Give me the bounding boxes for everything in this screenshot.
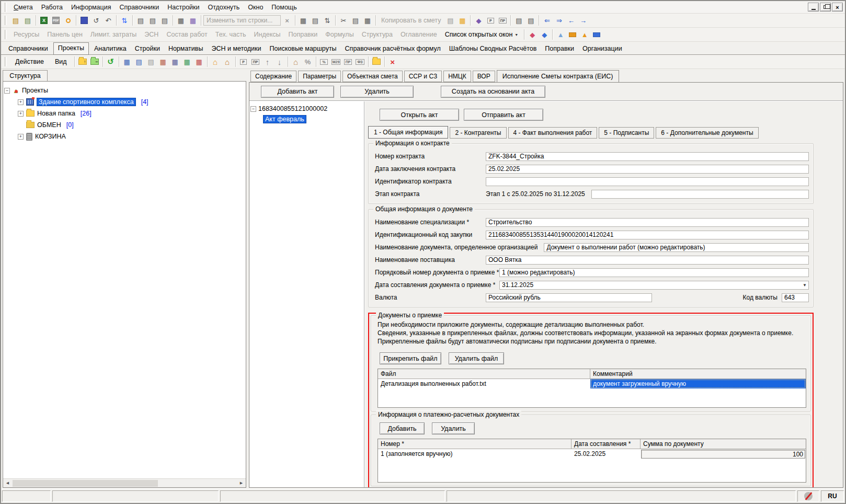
comment-settings-icon[interactable]: ▤ xyxy=(159,15,170,26)
currency-field[interactable]: Российский рубль xyxy=(486,293,652,302)
pr-report-icon[interactable]: ПР xyxy=(342,56,354,67)
payment-number-cell[interactable]: 1 (заполняется вручную) xyxy=(378,449,571,459)
copy-page-icon[interactable]: ▤ xyxy=(444,15,456,26)
page-settings-icon[interactable]: ▤ xyxy=(147,15,158,26)
tree-node-obmen[interactable]: ОБМЕН [0] xyxy=(4,119,245,131)
p-doc-icon[interactable]: P xyxy=(485,15,496,26)
act-root-row[interactable]: − 1683400855121000002 xyxy=(250,104,363,114)
tab-popravki[interactable]: Поправки xyxy=(542,43,577,54)
tab-spravochniki[interactable]: Справочники xyxy=(5,43,51,54)
menu-item-spravochniki[interactable]: Справочники xyxy=(116,2,164,13)
doc-exchange-icon[interactable]: ▤ xyxy=(310,15,321,26)
close-button[interactable]: × xyxy=(832,3,843,12)
truck-blue-icon[interactable] xyxy=(591,29,602,40)
send-act-button[interactable]: Отправить акт xyxy=(464,109,543,121)
tab-ssr-sz[interactable]: ССР и СЗ xyxy=(404,71,442,82)
scroll-right-button[interactable]: ▶ xyxy=(237,479,246,487)
expand-icon[interactable]: + xyxy=(18,99,24,105)
view-esn[interactable]: ЭСН xyxy=(141,31,162,38)
contract-stage-field[interactable] xyxy=(591,190,809,199)
tab-stroyki[interactable]: Стройки xyxy=(132,43,163,54)
search-icon[interactable] xyxy=(62,15,74,26)
act-item-row[interactable]: Акт февраль xyxy=(250,114,363,124)
house-add-icon[interactable]: ⌂ xyxy=(210,56,221,67)
view-indeksy[interactable]: Индексы xyxy=(250,31,284,38)
truck-orange-icon[interactable] xyxy=(567,29,578,40)
view-panel-tsen[interactable]: Панель цен xyxy=(43,31,86,38)
paste-icon[interactable]: ▦ xyxy=(362,15,373,26)
file-name-cell[interactable]: Детализация выполненных работ.txt xyxy=(378,379,590,388)
feather-icon[interactable]: ▲ xyxy=(555,29,566,40)
add-doc-icon[interactable]: ▤ xyxy=(145,56,157,67)
add-payment-button[interactable]: Добавить xyxy=(380,422,425,434)
tree-node-proekty[interactable]: − ▲ Проекты xyxy=(4,85,245,96)
attach-file-button[interactable]: Прикрепить файл xyxy=(380,352,441,364)
ftab-dop-dokumenty[interactable]: 6 - Дополнительные документы xyxy=(656,127,758,139)
print-icon[interactable]: ▦ xyxy=(175,15,187,26)
tree-node-korzina[interactable]: + КОРЗИНА xyxy=(4,131,245,142)
tab-struktura[interactable]: Структура xyxy=(3,70,48,81)
minimize-button[interactable] xyxy=(808,3,819,12)
view-struktura[interactable]: Структура xyxy=(358,31,396,38)
pr-doc-icon[interactable]: ПР xyxy=(497,15,508,26)
new-folder-icon[interactable] xyxy=(371,56,382,67)
doc-settings-icon[interactable]: ▤ xyxy=(135,15,146,26)
expand-icon[interactable]: + xyxy=(18,111,24,117)
tab-proekty[interactable]: Проекты xyxy=(53,42,89,55)
view-popravki[interactable]: Поправки xyxy=(285,31,322,38)
specialization-field[interactable]: Строительство xyxy=(486,218,809,227)
currency-code-field[interactable]: 643 xyxy=(782,293,809,302)
col-number[interactable]: Номер * xyxy=(378,439,571,449)
ftab-podpisanty[interactable]: 5 - Подписанты xyxy=(599,127,654,139)
tab-shablony-svodnyh[interactable]: Шаблоны Сводных Расчётов xyxy=(446,43,540,54)
ftab-fakt-vypolneniya[interactable]: 4 - Факт выполнения работ xyxy=(508,127,598,139)
clear-row-type-icon[interactable]: × xyxy=(281,15,293,26)
supplier-field[interactable]: ООО Вятка xyxy=(486,256,809,265)
tab-spravochnik-formul[interactable]: Справочник расчётных формул xyxy=(342,43,444,54)
tab-parametry[interactable]: Параметры xyxy=(298,71,341,82)
remove-file-button[interactable]: Удалить файл xyxy=(449,352,504,364)
tab-organizatsii[interactable]: Организации xyxy=(579,43,625,54)
doc-date-field[interactable]: 31.12.2025 ▼ xyxy=(499,281,809,290)
tab-esn-metodiki[interactable]: ЭСН и методики xyxy=(208,43,264,54)
collapse-icon[interactable]: − xyxy=(250,106,256,112)
purchase-code-field[interactable]: 211683400855135314401900020014120241 xyxy=(486,231,809,239)
paste-special-icon[interactable]: ▦ xyxy=(456,15,468,26)
col-sum[interactable]: Сумма по документу xyxy=(641,439,806,449)
tab-ispolnenie-smety[interactable]: Исполнение Сметы контракта (ЕИС) xyxy=(497,70,619,83)
pdf-export-icon[interactable]: PDF xyxy=(50,15,62,26)
fz-icon[interactable]: ФЗ xyxy=(355,56,366,67)
payment-sum-field[interactable]: 100 xyxy=(641,450,805,459)
view-sostav-rabot[interactable]: Состав работ xyxy=(163,31,211,38)
houses-group-icon[interactable]: ⌂ xyxy=(290,56,302,67)
layers-red-icon[interactable]: ◆ xyxy=(527,29,538,40)
refresh-tree-icon[interactable]: ↺ xyxy=(105,56,117,67)
sort-icon[interactable]: ⇅ xyxy=(322,15,333,26)
m29-icon[interactable]: М29 xyxy=(330,56,342,67)
table-sum-icon[interactable]: ▦ xyxy=(298,15,309,26)
move-up-icon[interactable]: ↑ xyxy=(262,56,273,67)
save-icon[interactable] xyxy=(78,15,90,26)
chevron-down-icon[interactable]: ▼ xyxy=(803,283,807,288)
replace-doc-icon[interactable]: ⇅ xyxy=(119,15,130,26)
col-date[interactable]: Дата составления * xyxy=(571,439,641,449)
move-down-icon[interactable]: ↓ xyxy=(274,56,285,67)
menu-item-okno[interactable]: Окно xyxy=(244,2,267,13)
file-comment-cell[interactable]: документ загруженный вручную xyxy=(590,379,806,388)
menu-deystvie[interactable]: Действие xyxy=(10,58,49,65)
open-windows-dropdown[interactable]: Список открытых окон ▼ xyxy=(441,31,522,38)
doc-number-field[interactable]: 1 (можно редактировать) xyxy=(499,268,809,277)
ftab-kontragenty[interactable]: 2 - Контрагенты xyxy=(450,127,506,139)
file-table-row[interactable]: Детализация выполненных работ.txt докуме… xyxy=(378,379,806,388)
add-building-icon[interactable]: ▦ xyxy=(121,56,133,67)
scroll-left-button[interactable]: ◀ xyxy=(3,479,12,487)
layers-blue-icon[interactable]: ◆ xyxy=(539,29,550,40)
doc-name-field[interactable]: Документ о выполнении работ (можно редак… xyxy=(544,243,809,252)
view-teh-chast[interactable]: Тех. часть xyxy=(212,31,250,38)
view-formuly[interactable]: Формулы xyxy=(322,31,357,38)
tab-obektnaya-smeta[interactable]: Объектная смета xyxy=(342,71,403,82)
tree-node-zdanie[interactable]: + Здание спортивного комплекса [4] xyxy=(4,96,245,108)
outdent-icon[interactable]: ← xyxy=(565,15,577,26)
folder-collapse-icon[interactable]: − xyxy=(89,56,100,67)
structure-icon[interactable]: ▤ xyxy=(10,15,21,26)
